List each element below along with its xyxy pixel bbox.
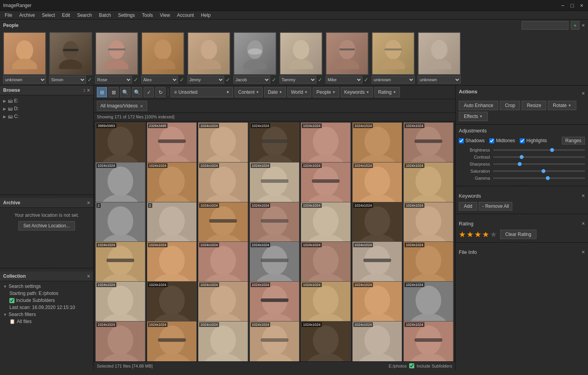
fileinfo-close-button[interactable]: × <box>582 249 585 255</box>
close-button[interactable]: × <box>579 2 585 9</box>
actions-close-button[interactable]: × <box>582 90 585 96</box>
crop-button[interactable]: Crop <box>500 101 520 110</box>
archive-close-button[interactable]: × <box>87 200 90 206</box>
face-image[interactable] <box>187 32 230 75</box>
menu-account[interactable]: Account <box>174 12 197 19</box>
maximize-button[interactable]: □ <box>569 2 575 9</box>
grid-item[interactable]: 1024x1024 <box>301 321 351 361</box>
minimize-button[interactable]: − <box>559 2 566 9</box>
face-name-select[interactable]: Roseunknown <box>95 76 132 84</box>
star-4[interactable]: ★ <box>482 230 489 239</box>
kw-rating-divider[interactable]: · · · <box>456 214 588 217</box>
check-button[interactable]: ✓ <box>144 87 154 97</box>
rating-filter-button[interactable]: Rating ▼ <box>374 87 400 97</box>
menu-batch[interactable]: Batch <box>96 12 114 19</box>
drive-item-e[interactable]: ▶ 🖴 E: <box>3 97 90 105</box>
people-filter-button[interactable]: People ▼ <box>313 87 339 97</box>
keywords-close-button[interactable]: × <box>582 193 585 199</box>
menu-view[interactable]: View <box>157 12 173 19</box>
rating-fileinfo-divider[interactable]: · · · <box>456 243 588 246</box>
grid-item[interactable]: 1024x1024 <box>403 321 454 361</box>
rotate-button[interactable]: Rotate ▼ <box>548 101 576 110</box>
selection-button[interactable]: ⊠ <box>109 87 119 97</box>
face-name-select[interactable]: unknownSimonRose <box>3 76 46 84</box>
midtones-checkbox[interactable] <box>489 138 494 143</box>
drive-item-c[interactable]: ▶ 🖴 C: <box>3 112 90 120</box>
resize-button[interactable]: Resize <box>522 101 546 110</box>
contrast-slider[interactable] <box>493 156 585 158</box>
grid-item[interactable]: 1024x1024 <box>249 321 300 361</box>
include-subfolders-checkbox[interactable] <box>9 298 14 303</box>
menu-help[interactable]: Help <box>198 12 214 19</box>
effects-button[interactable]: Effects ▼ <box>459 112 488 121</box>
menu-archive[interactable]: Archive <box>16 12 38 19</box>
browse-close-button[interactable]: × <box>87 87 90 93</box>
star-2[interactable]: ★ <box>467 230 474 239</box>
menu-file[interactable]: File <box>2 12 15 19</box>
browse-expand-button[interactable]: ↕ <box>83 87 86 93</box>
grid-item[interactable]: 1024x1024 <box>352 321 403 361</box>
menu-select[interactable]: Select <box>39 12 58 19</box>
face-image[interactable] <box>49 32 92 75</box>
bottom-include-subfolders-checkbox[interactable] <box>409 363 414 368</box>
face-name-select[interactable]: Tammyunknown <box>280 76 316 84</box>
face-name-select[interactable]: Mikeunknown <box>326 76 362 84</box>
face-name-select[interactable]: unknownSimon <box>418 76 461 84</box>
saturation-slider[interactable] <box>493 170 585 172</box>
auto-enhance-button[interactable]: Auto Enhance <box>459 101 498 110</box>
face-image[interactable] <box>95 32 138 75</box>
face-name-select[interactable]: Jacobunknown <box>233 76 270 84</box>
face-image[interactable] <box>233 32 276 75</box>
world-filter-button[interactable]: World ▼ <box>287 87 311 97</box>
people-search-input[interactable] <box>522 21 568 30</box>
active-filter-close-button[interactable]: × <box>139 103 144 109</box>
collection-search-settings[interactable]: ▼ Search settings <box>3 283 90 290</box>
star-5[interactable]: ★ <box>490 230 497 239</box>
grid-item[interactable]: 1024x1024 <box>95 321 146 361</box>
star-3[interactable]: ★ <box>474 230 481 239</box>
face-name-select[interactable]: Jennyunknown <box>187 76 224 84</box>
keywords-remove-all-button[interactable]: - Remove All <box>479 202 512 211</box>
set-archive-location-button[interactable]: Set Archive Location... <box>18 221 75 230</box>
face-image[interactable] <box>418 32 461 75</box>
shadows-checkbox[interactable] <box>459 138 464 143</box>
gamma-slider[interactable] <box>493 177 585 179</box>
zoom-out-button[interactable]: 🔍 <box>120 87 130 97</box>
face-image[interactable] <box>326 32 369 75</box>
date-filter-button[interactable]: Date ▼ <box>264 87 286 97</box>
face-image[interactable] <box>141 32 184 75</box>
rating-close-button[interactable]: × <box>582 220 585 227</box>
browse-archive-divider[interactable]: · · · <box>0 195 93 198</box>
star-1[interactable]: ★ <box>459 230 466 239</box>
people-add-button[interactable]: + <box>571 21 579 30</box>
grid-view-button[interactable]: ⊞ <box>97 87 107 97</box>
clear-rating-button[interactable]: Clear Rating <box>500 230 536 239</box>
keywords-add-button[interactable]: Add <box>459 202 477 211</box>
collection-search-filters[interactable]: ▼ Search filters <box>3 311 90 318</box>
face-name-select[interactable]: Alexunknown <box>141 76 178 84</box>
menu-tools[interactable]: Tools <box>139 12 156 19</box>
ranges-button[interactable]: Ranges <box>562 137 585 145</box>
archive-collection-divider[interactable]: · · · <box>0 268 93 271</box>
face-image[interactable] <box>3 32 46 75</box>
collection-all-files[interactable]: 📋 All files <box>3 318 90 325</box>
face-image[interactable] <box>280 32 323 75</box>
face-image[interactable] <box>372 32 415 75</box>
face-name-select[interactable]: Simonunknown <box>49 76 86 84</box>
menu-search[interactable]: Search <box>74 12 95 19</box>
refresh-button[interactable]: ↻ <box>155 87 166 97</box>
grid-item[interactable]: 1024x1024 <box>198 321 248 361</box>
keywords-filter-button[interactable]: Keywords ▼ <box>341 87 373 97</box>
highlights-checkbox[interactable] <box>520 138 525 143</box>
menu-edit[interactable]: Edit <box>59 12 73 19</box>
menu-settings[interactable]: Settings <box>115 12 138 19</box>
sharpness-slider[interactable] <box>493 163 585 165</box>
grid-item[interactable]: 1024x1024 <box>147 321 197 361</box>
brightness-slider[interactable] <box>493 149 585 151</box>
content-filter-button[interactable]: Content ▼ <box>235 87 263 97</box>
drive-item-d[interactable]: ▶ 🖴 D: <box>3 105 90 112</box>
adj-kw-divider[interactable]: · · · <box>456 186 588 189</box>
sort-dropdown[interactable]: ≡ Unsorted ▼ <box>171 87 233 97</box>
face-name-select[interactable]: unknownSimonRose <box>372 76 415 84</box>
people-panel-close-button[interactable]: × <box>582 22 585 29</box>
